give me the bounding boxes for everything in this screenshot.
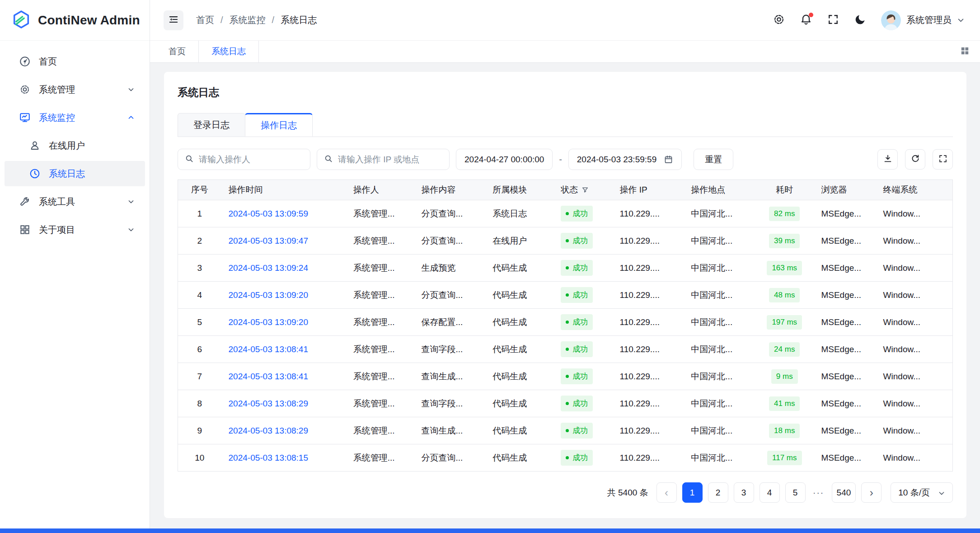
pagination-page-button[interactable]: 4 (760, 482, 780, 503)
app-title: ContiNew Admin (38, 13, 140, 28)
log-time-link[interactable]: 2024-05-03 13:09:59 (229, 209, 308, 218)
cell-duration: 41 ms (755, 390, 814, 417)
status-badge: 成功 (561, 314, 593, 330)
user-menu[interactable]: 系统管理员 (881, 10, 965, 30)
moon-icon (854, 13, 867, 27)
table-row[interactable]: 7 2024-05-03 13:08:41 系统管理... 查询生成... 代码… (178, 363, 953, 390)
cell-status: 成功 (553, 417, 612, 444)
refresh-button[interactable] (905, 149, 925, 170)
header-location: 操作地点 (684, 180, 755, 200)
cell-duration: 18 ms (755, 417, 814, 444)
cell-os: Window... (876, 390, 953, 417)
tabbar-tools[interactable] (960, 41, 980, 62)
cell-content: 查询生成... (414, 363, 486, 390)
tab-login-log[interactable]: 登录日志 (178, 113, 245, 137)
logo[interactable]: ContiNew Admin (0, 0, 150, 41)
log-time-link[interactable]: 2024-05-03 13:08:41 (229, 372, 308, 381)
log-time-link[interactable]: 2024-05-03 13:09:20 (229, 290, 308, 300)
notifications-button[interactable] (800, 14, 812, 27)
date-range-end[interactable]: 2024-05-03 23:59:59 (568, 149, 682, 170)
cell-module: 代码生成 (485, 309, 553, 336)
table-row[interactable]: 6 2024-05-03 13:08:41 系统管理... 查询字段... 代码… (178, 336, 953, 363)
settings-button[interactable] (773, 14, 785, 27)
cell-content: 查询生成... (414, 417, 486, 444)
table-row[interactable]: 10 2024-05-03 13:08:15 系统管理... 分页查询... 代… (178, 444, 953, 472)
pagination-page-button[interactable]: 5 (785, 482, 806, 503)
cell-no: 6 (178, 336, 221, 363)
download-button[interactable] (877, 149, 898, 170)
cell-os: Window... (876, 444, 953, 472)
log-time-link[interactable]: 2024-05-03 13:08:29 (229, 426, 308, 435)
table-row[interactable]: 8 2024-05-03 13:08:29 系统管理... 查询字段... 代码… (178, 390, 953, 417)
table-row[interactable]: 2 2024-05-03 13:09:47 系统管理... 分页查询... 在线… (178, 227, 953, 255)
cell-location: 中国河北... (684, 227, 755, 255)
pagination: 共 5400 条 ‹ 12345···540 › 10 条/页 (178, 482, 953, 503)
topbar: 首页 / 系统监控 / 系统日志 (150, 0, 980, 41)
sidebar-item-online-users[interactable]: 在线用户 (5, 133, 145, 158)
table-row[interactable]: 1 2024-05-03 13:09:59 系统管理... 分页查询... 系统… (178, 200, 953, 227)
cell-duration: 48 ms (755, 282, 814, 309)
tab-operation-log[interactable]: 操作日志 (245, 113, 313, 137)
cell-status: 成功 (553, 336, 612, 363)
sidebar-item-system-monitor[interactable]: 系统监控 (5, 105, 145, 130)
status-badge: 成功 (561, 341, 593, 357)
cell-location: 中国河北... (684, 336, 755, 363)
wrench-icon (19, 196, 31, 208)
cell-time: 2024-05-03 13:09:47 (221, 227, 346, 255)
cell-location: 中国河北... (684, 309, 755, 336)
log-time-link[interactable]: 2024-05-03 13:08:15 (229, 453, 308, 462)
ip-search-input[interactable] (338, 155, 442, 165)
log-time-link[interactable]: 2024-05-03 13:08:41 (229, 344, 308, 354)
log-time-link[interactable]: 2024-05-03 13:09:20 (229, 317, 308, 327)
table-row[interactable]: 9 2024-05-03 13:08:29 系统管理... 查询生成... 代码… (178, 417, 953, 444)
cell-module: 代码生成 (485, 255, 553, 282)
collapse-menu-icon (168, 14, 179, 27)
sidebar-item-system-management[interactable]: 系统管理 (5, 77, 145, 102)
cell-ip: 110.229.... (613, 417, 684, 444)
table-fullscreen-button[interactable] (933, 149, 953, 170)
cell-os: Window... (876, 200, 953, 227)
table-row[interactable]: 3 2024-05-03 13:09:24 系统管理... 生成预览 代码生成 … (178, 255, 953, 282)
pagination-ellipsis[interactable]: ··· (811, 488, 826, 498)
status-badge: 成功 (561, 423, 593, 439)
pagination-next-button[interactable]: › (861, 482, 882, 503)
log-time-link[interactable]: 2024-05-03 13:09:24 (229, 263, 308, 273)
table-row[interactable]: 5 2024-05-03 13:09:20 系统管理... 保存配置... 代码… (178, 309, 953, 336)
sidebar-item-home[interactable]: 首页 (5, 49, 145, 74)
pagination-page-button[interactable]: 3 (734, 482, 754, 503)
operator-search-input[interactable] (199, 155, 303, 165)
pagination-page-button[interactable]: 2 (708, 482, 728, 503)
breadcrumb-home[interactable]: 首页 (196, 14, 214, 26)
breadcrumb-system-monitor[interactable]: 系统监控 (230, 14, 266, 26)
dark-mode-button[interactable] (854, 14, 867, 27)
date-range-start[interactable]: 2024-04-27 00:00:00 (456, 149, 553, 170)
status-dot-icon (566, 348, 569, 351)
log-time-link[interactable]: 2024-05-03 13:08:29 (229, 399, 308, 408)
cell-module: 代码生成 (485, 336, 553, 363)
bottom-accent-bar (0, 528, 980, 533)
sidebar-item-system-tools[interactable]: 系统工具 (5, 189, 145, 214)
cell-time: 2024-05-03 13:08:41 (221, 336, 346, 363)
operator-search-field[interactable] (178, 149, 310, 170)
status-dot-icon (566, 402, 569, 405)
pagination-pages: 12345···540 (682, 482, 856, 503)
page-tab-home[interactable]: 首页 (156, 41, 198, 62)
cell-duration: 39 ms (755, 227, 814, 255)
page-size-select[interactable]: 10 条/页 (891, 482, 953, 503)
page-tab-system-log[interactable]: 系统日志 (198, 41, 259, 62)
pagination-prev-button[interactable]: ‹ (656, 482, 677, 503)
fullscreen-button[interactable] (827, 14, 839, 27)
sidebar-item-system-log[interactable]: 系统日志 (5, 161, 145, 186)
topbar-actions: 系统管理员 (773, 10, 965, 30)
filter-funnel-icon[interactable] (581, 186, 589, 193)
log-time-link[interactable]: 2024-05-03 13:09:47 (229, 236, 308, 245)
sidebar-item-about-project[interactable]: 关于项目 (5, 217, 145, 242)
sidebar-collapse-button[interactable] (164, 10, 183, 30)
reset-button[interactable]: 重置 (694, 149, 733, 170)
pagination-page-button[interactable]: 1 (682, 482, 703, 503)
ip-search-field[interactable] (317, 149, 450, 170)
pagination-page-button[interactable]: 540 (832, 482, 856, 503)
cell-browser: MSEdge... (814, 200, 876, 227)
table-row[interactable]: 4 2024-05-03 13:09:20 系统管理... 分页查询... 代码… (178, 282, 953, 309)
cell-time: 2024-05-03 13:08:29 (221, 417, 346, 444)
